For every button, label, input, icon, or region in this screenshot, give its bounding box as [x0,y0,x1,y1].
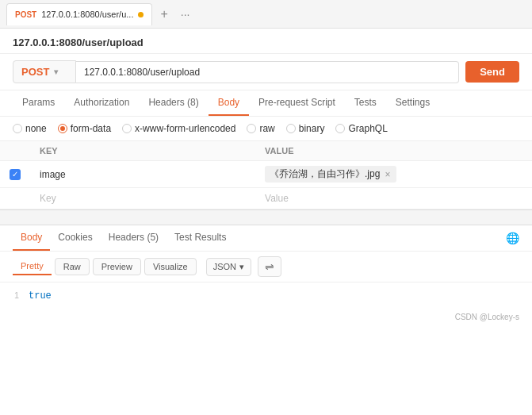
line-number: 1 [0,290,29,300]
radio-form-data-label: form-data [71,123,111,134]
row1-checkbox-cell [0,161,30,188]
url-input[interactable] [76,61,459,83]
watermark: CSDN @Lockey-s [0,309,532,325]
resp-tab-test-results[interactable]: Test Results [166,225,234,251]
radio-raw-label: raw [259,123,274,134]
request-title: 127.0.0.1:8080/user/upload [0,29,532,54]
active-tab[interactable]: POST 127.0.0.1:8080/user/u... [6,3,152,25]
table-row: image 《乔治湖，自由习作》.jpg × [0,161,532,188]
globe-icon: 🌐 [506,232,519,244]
row2-value-cell[interactable]: Value [255,188,532,209]
col-value-header: VALUE [255,141,532,161]
radio-graphql-circle [335,124,345,133]
response-nav-tabs: Body Cookies Headers (5) Test Results 🌐 [0,225,532,252]
col-key-header: KEY [30,141,255,161]
radio-none[interactable]: none [13,123,47,134]
response-toolbar: Pretty Raw Preview Visualize JSON ▾ ⇌ [0,252,532,282]
code-line: 1 true [0,289,532,303]
radio-none-circle [13,124,22,133]
more-tabs-button[interactable]: ··· [176,8,195,21]
row1-value-text: 《乔治湖，自由习作》.jpg [270,167,380,181]
radio-binary[interactable]: binary [286,123,325,134]
wrap-button[interactable]: ⇌ [258,256,281,277]
tab-headers[interactable]: Headers (8) [139,90,208,116]
json-format-label: JSON [213,262,236,271]
row1-value-cell: 《乔治湖，自由习作》.jpg × [255,161,532,188]
section-divider [0,209,532,225]
tab-url: 127.0.0.1:8080/user/u... [41,10,133,19]
row1-checkbox[interactable] [10,169,21,180]
resp-visualize-button[interactable]: Visualize [144,258,197,275]
body-type-selector: none form-data x-www-form-urlencoded raw… [0,117,532,140]
tab-tests[interactable]: Tests [345,90,386,116]
resp-preview-button[interactable]: Preview [93,258,141,275]
resp-raw-button[interactable]: Raw [55,258,90,275]
response-code-area: 1 true [0,282,532,309]
tab-method: POST [15,10,36,19]
json-format-select[interactable]: JSON ▾ [206,258,251,276]
resp-pretty-button[interactable]: Pretty [13,258,52,275]
request-nav-tabs: Params Authorization Headers (8) Body Pr… [0,90,532,117]
radio-binary-circle [286,124,296,133]
radio-raw-circle [247,124,256,133]
row1-remove-button[interactable]: × [385,169,390,180]
row2-key-cell[interactable]: Key [30,188,255,209]
radio-urlencoded[interactable]: x-www-form-urlencoded [122,123,235,134]
table-row: Key Value [0,188,532,209]
chevron-down-icon: ▾ [239,262,244,272]
tab-bar: POST 127.0.0.1:8080/user/u... + ··· [0,0,532,29]
code-content: true [29,290,52,302]
radio-urlencoded-label: x-www-form-urlencoded [135,123,235,134]
radio-graphql[interactable]: GraphQL [335,123,387,134]
row1-value-chip: 《乔治湖，自由习作》.jpg × [265,166,396,183]
row1-key: image [40,169,66,180]
request-line: POST ▾ Send [0,54,532,90]
tab-unsaved-dot [138,12,144,17]
row2-value-placeholder: Value [265,193,289,204]
resp-tab-cookies[interactable]: Cookies [50,225,100,251]
resp-tab-headers[interactable]: Headers (5) [101,225,166,251]
radio-none-label: none [25,123,47,134]
tab-prerequest[interactable]: Pre-request Script [249,90,345,116]
radio-raw[interactable]: raw [247,123,274,134]
add-tab-button[interactable]: + [155,7,172,21]
row2-key-placeholder: Key [40,193,56,204]
chevron-down-icon: ▾ [54,67,58,76]
radio-graphql-label: GraphQL [348,123,387,134]
radio-urlencoded-circle [122,124,132,133]
radio-form-data[interactable]: form-data [58,123,111,134]
radio-binary-label: binary [299,123,325,134]
send-button[interactable]: Send [465,61,519,83]
radio-form-data-circle [58,124,67,133]
method-select[interactable]: POST ▾ [13,60,76,83]
tab-params[interactable]: Params [13,90,64,116]
row2-checkbox-cell [0,188,30,209]
tab-body[interactable]: Body [209,90,249,116]
col-checkbox [0,141,30,161]
row1-key-cell: image [30,161,255,188]
method-label: POST [21,66,49,78]
tab-settings[interactable]: Settings [386,90,439,116]
form-data-table: KEY VALUE image 《乔治湖，自由习作》.jpg × [0,140,532,209]
resp-tab-body[interactable]: Body [13,225,50,251]
tab-authorization[interactable]: Authorization [64,90,139,116]
